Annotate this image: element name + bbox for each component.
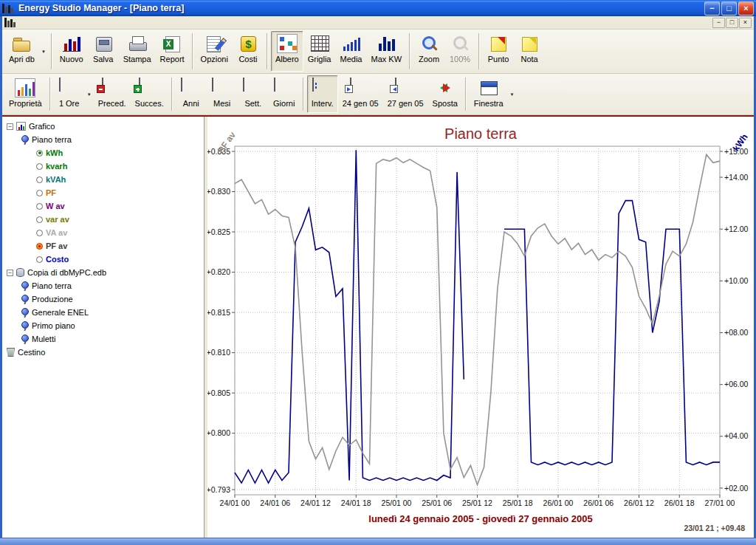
- tree-channel-w-av[interactable]: W av: [2, 199, 204, 213]
- collapse-expander-icon[interactable]: −: [7, 123, 13, 130]
- pin-chart-icon: [21, 295, 29, 304]
- tree-item-db-generale-enel[interactable]: Generale ENEL: [2, 306, 204, 319]
- toolbar-salva-button[interactable]: Salva: [88, 31, 119, 72]
- interval-1h-icon: [59, 78, 61, 92]
- x-tick-label: 25/01 06: [422, 498, 452, 507]
- tree-channel-kvah[interactable]: kVAh: [2, 173, 204, 186]
- average-bars-icon: [341, 34, 362, 53]
- start-date-icon: [350, 78, 351, 92]
- toolbar-griglia-button[interactable]: Griglia: [303, 31, 336, 72]
- x-tick-label: 26/01 00: [543, 498, 574, 507]
- toolbar-apri-db-button[interactable]: Apri db: [4, 31, 39, 72]
- left-tick-label: +0.793: [207, 485, 230, 494]
- toolbar-end-date-button[interactable]: 27 gen 05: [383, 75, 428, 113]
- right-tick-label: +06.00: [724, 380, 749, 388]
- tree-channel-kvarh[interactable]: kvarh: [2, 160, 204, 173]
- radio-icon[interactable]: [36, 190, 43, 196]
- radio-icon[interactable]: [36, 256, 43, 263]
- maximize-button[interactable]: □: [721, 1, 737, 16]
- tree-channel-va-av[interactable]: VA av: [2, 226, 204, 239]
- toolbar-separator: [267, 33, 268, 69]
- radio-icon[interactable]: [36, 163, 43, 170]
- tree-channel-pf[interactable]: PF: [2, 186, 204, 199]
- toolbar-opzioni-button[interactable]: Opzioni: [196, 31, 233, 72]
- right-tick-label: +02.00: [724, 484, 749, 493]
- radio-selected-icon[interactable]: [36, 150, 43, 157]
- cursor-readout: 23/01 21 ; +09.48: [684, 524, 745, 532]
- chart-plot-area[interactable]: 24/01 0024/01 0624/01 1224/01 1825/01 00…: [207, 117, 754, 538]
- toolbar-interv-button[interactable]: Interv.: [307, 75, 338, 113]
- pin-chart-icon: [21, 281, 29, 291]
- finestra-dropdown-arrow[interactable]: ▼: [508, 77, 517, 112]
- toolbar-report-button[interactable]: Report: [156, 31, 189, 72]
- toolbar-max-kw-button[interactable]: Max KW: [367, 31, 407, 72]
- toolbar-anni-button[interactable]: Anni: [176, 75, 207, 113]
- tree-item-database[interactable]: − Copia di dbMyPC.edb: [2, 266, 204, 279]
- toolbar-sposta-button[interactable]: Sposta: [428, 75, 462, 113]
- x-tick-label: 26/01 06: [583, 498, 614, 507]
- toolbar-succes-button[interactable]: Succes.: [131, 75, 168, 113]
- options-icon: [204, 34, 224, 53]
- radio-icon[interactable]: [36, 216, 43, 223]
- toolbar-1-ore-button[interactable]: 1 Ore: [54, 75, 85, 113]
- tree-item-db-piano-terra[interactable]: Piano terra: [2, 279, 204, 292]
- months-icon: [212, 78, 213, 92]
- toolbar-finestra-button[interactable]: Finestra: [470, 75, 508, 113]
- toolbar-preced-button[interactable]: Preced.: [94, 75, 131, 113]
- collapse-expander-icon[interactable]: −: [7, 270, 13, 276]
- radio-icon[interactable]: [36, 203, 43, 210]
- content-area: − Grafico Piano terra kWh kvarh kVAh: [2, 117, 754, 538]
- app-icon: [2, 4, 14, 13]
- toolbar-sett-button[interactable]: Sett.: [238, 75, 269, 113]
- tree-item-db-produzione[interactable]: Produzione: [2, 292, 204, 306]
- toolbar-punto-button[interactable]: Punto: [483, 31, 514, 72]
- mdi-minimize-button[interactable]: −: [712, 18, 725, 28]
- minimize-button[interactable]: −: [704, 1, 720, 16]
- tree-item-db-primo-piano[interactable]: Primo piano: [2, 319, 204, 332]
- tree-channel-pf-av[interactable]: PF av: [2, 239, 204, 253]
- toolbar-separator: [465, 78, 467, 111]
- tree-channel-costo[interactable]: Costo: [2, 253, 204, 266]
- point-note-icon: [488, 34, 509, 53]
- toolbar-costi-button[interactable]: Costi: [233, 31, 264, 72]
- toolbar-nuovo-button[interactable]: Nuovo: [55, 31, 88, 72]
- new-chart-icon: [61, 34, 82, 53]
- toolbar-albero-button[interactable]: Albero: [271, 31, 303, 72]
- mdi-close-button[interactable]: ×: [739, 18, 752, 28]
- toolbar-proprieta-button[interactable]: Proprietà: [4, 75, 47, 113]
- tree-item-cestino[interactable]: Cestino: [2, 346, 204, 359]
- left-tick-label: +0.815: [207, 308, 230, 317]
- x-tick-label: 27/01 00: [705, 498, 735, 507]
- x-tick-label: 24/01 12: [300, 498, 331, 507]
- tree-item-grafico[interactable]: − Grafico: [2, 120, 204, 133]
- previous-period-icon: [102, 78, 103, 92]
- x-tick-label: 25/01 00: [382, 498, 412, 507]
- toolbar-zoom-button[interactable]: Zoom: [413, 31, 444, 72]
- apri-db-dropdown-arrow[interactable]: ▼: [39, 32, 48, 70]
- radio-icon[interactable]: [36, 230, 43, 236]
- toolbar-nota-button[interactable]: Nota: [514, 31, 545, 72]
- toolbar-media-button[interactable]: Media: [336, 31, 367, 72]
- tree-item-db-muletti[interactable]: Muletti: [2, 332, 204, 346]
- chart-title: Piano terra: [207, 126, 754, 143]
- toolbar-giorni-button[interactable]: Giorni: [269, 75, 300, 113]
- tree-channel-kwh[interactable]: kWh: [2, 146, 204, 160]
- main-toolbar: Apri db ▼ Nuovo Salva Stampa Report Opzi…: [2, 30, 754, 74]
- mdi-child-icon[interactable]: [4, 18, 16, 27]
- tree-channel-var-av[interactable]: var av: [2, 213, 204, 226]
- plot-border: [235, 146, 720, 495]
- toolbar-start-date-button[interactable]: 24 gen 05: [338, 75, 383, 113]
- close-button[interactable]: ×: [738, 1, 754, 16]
- pin-chart-icon: [21, 321, 29, 331]
- toolbar-stampa-button[interactable]: Stampa: [119, 31, 156, 72]
- x-tick-label: 26/01 18: [664, 498, 695, 507]
- mdi-restore-button[interactable]: □: [726, 18, 738, 28]
- radio-icon[interactable]: [36, 176, 43, 183]
- 1-ore-dropdown-arrow[interactable]: ▼: [85, 77, 94, 112]
- active-series-marker-icon[interactable]: [36, 243, 43, 250]
- toolbar-mesi-button[interactable]: Mesi: [207, 75, 238, 113]
- weeks-icon: [243, 78, 244, 92]
- zoom-100-icon: [450, 34, 470, 53]
- left-tick-label: +0.820: [207, 267, 230, 276]
- tree-item-piano-terra[interactable]: Piano terra: [2, 133, 204, 146]
